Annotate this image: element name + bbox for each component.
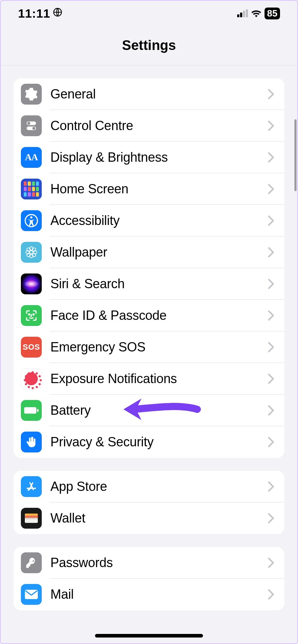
chevron-right-icon xyxy=(268,247,274,258)
settings-row-label: Battery xyxy=(50,403,268,418)
home-grid-icon xyxy=(21,179,42,199)
flower-icon xyxy=(21,242,42,263)
chevron-right-icon xyxy=(268,120,274,131)
aa-icon: AA xyxy=(21,147,42,168)
svg-point-7 xyxy=(30,250,33,254)
hand-icon xyxy=(21,432,42,452)
settings-row-label: Privacy & Security xyxy=(50,434,268,450)
battery-status-icon: 85 xyxy=(265,8,280,19)
settings-row-faceid-passcode[interactable]: Face ID & Passcode xyxy=(14,300,284,331)
chevron-right-icon xyxy=(268,557,274,568)
page-title: Settings xyxy=(122,38,176,53)
settings-row-battery[interactable]: Battery xyxy=(14,395,284,426)
settings-row-label: Mail xyxy=(50,587,268,602)
home-indicator[interactable] xyxy=(95,634,203,638)
settings-row-label: General xyxy=(50,87,268,102)
settings-row-control-centre[interactable]: Control Centre xyxy=(14,110,284,142)
settings-group: PasswordsMail xyxy=(14,547,284,610)
appstore-icon xyxy=(21,476,42,497)
svg-point-4 xyxy=(32,127,35,130)
chevron-right-icon xyxy=(268,513,274,524)
settings-row-general[interactable]: General xyxy=(14,78,284,110)
settings-row-label: Display & Brightness xyxy=(50,150,268,165)
settings-row-label: App Store xyxy=(50,479,268,494)
aa-text-icon: AA xyxy=(25,152,38,163)
chevron-right-icon xyxy=(268,184,274,194)
status-time: 11:11 xyxy=(18,6,50,20)
faceid-icon xyxy=(21,305,42,326)
settings-row-label: Wallet xyxy=(50,511,268,526)
settings-row-label: Control Centre xyxy=(50,118,268,133)
settings-row-label: Siri & Search xyxy=(50,276,268,291)
settings-group: GeneralControl CentreAADisplay & Brightn… xyxy=(14,78,284,458)
chevron-right-icon xyxy=(268,152,274,163)
status-right: 85 xyxy=(237,8,280,19)
gear-icon xyxy=(21,84,42,105)
settings-row-app-store[interactable]: App Store xyxy=(14,471,284,502)
settings-row-label: Wallpaper xyxy=(50,245,268,260)
status-left: 11:11 xyxy=(18,6,62,20)
mail-icon xyxy=(21,584,42,605)
siri-icon xyxy=(21,273,42,294)
settings-row-label: Exposure Notifications xyxy=(50,371,268,386)
nav-header: Settings xyxy=(1,26,297,65)
settings-row-wallet[interactable]: Wallet xyxy=(14,502,284,534)
settings-row-emergency-sos[interactable]: SOSEmergency SOS xyxy=(14,331,284,363)
svg-point-17 xyxy=(33,314,34,315)
sos-text-icon: SOS xyxy=(23,342,40,352)
cellular-signal-icon xyxy=(237,9,248,17)
chevron-right-icon xyxy=(268,437,274,447)
settings-row-label: Emergency SOS xyxy=(50,340,268,355)
sos-icon: SOS xyxy=(21,337,42,358)
chevron-right-icon xyxy=(268,215,274,226)
settings-row-accessibility[interactable]: Accessibility xyxy=(14,205,284,236)
settings-list[interactable]: GeneralControl CentreAADisplay & Brightn… xyxy=(1,65,297,643)
wifi-icon xyxy=(251,9,262,17)
svg-point-6 xyxy=(30,216,32,218)
exposure-icon xyxy=(21,368,42,389)
chevron-right-icon xyxy=(268,481,274,492)
scrollbar-indicator xyxy=(294,119,297,191)
settings-row-label: Home Screen xyxy=(50,181,268,197)
chevron-right-icon xyxy=(268,373,274,384)
globe-icon xyxy=(53,8,62,19)
svg-rect-18 xyxy=(24,407,36,414)
chevron-right-icon xyxy=(268,279,274,289)
settings-row-label: Passwords xyxy=(50,555,268,570)
settings-row-label: Face ID & Passcode xyxy=(50,308,268,323)
settings-row-label: Accessibility xyxy=(50,213,268,228)
settings-row-privacy-security[interactable]: Privacy & Security xyxy=(14,426,284,458)
svg-rect-19 xyxy=(37,409,39,412)
settings-row-display-brightness[interactable]: AADisplay & Brightness xyxy=(14,142,284,173)
chevron-right-icon xyxy=(268,89,274,100)
settings-row-home-screen[interactable]: Home Screen xyxy=(14,173,284,205)
svg-rect-23 xyxy=(25,518,38,519)
key-icon xyxy=(21,552,42,573)
settings-row-mail[interactable]: Mail xyxy=(14,579,284,610)
chevron-right-icon xyxy=(268,342,274,353)
battery-full-icon xyxy=(21,400,42,421)
svg-point-2 xyxy=(27,122,30,125)
status-bar: 11:11 85 xyxy=(1,1,297,26)
svg-point-16 xyxy=(29,314,30,315)
settings-group: App StoreWallet xyxy=(14,471,284,534)
wallet-icon xyxy=(21,508,42,529)
settings-row-wallpaper[interactable]: Wallpaper xyxy=(14,236,284,268)
settings-row-siri-search[interactable]: Siri & Search xyxy=(14,268,284,300)
toggles-icon xyxy=(21,115,42,136)
chevron-right-icon xyxy=(268,310,274,321)
settings-row-passwords[interactable]: Passwords xyxy=(14,547,284,579)
settings-row-exposure-notifications[interactable]: Exposure Notifications xyxy=(14,363,284,395)
chevron-right-icon xyxy=(268,405,274,416)
chevron-right-icon xyxy=(268,589,274,600)
accessibility-icon xyxy=(21,210,42,231)
